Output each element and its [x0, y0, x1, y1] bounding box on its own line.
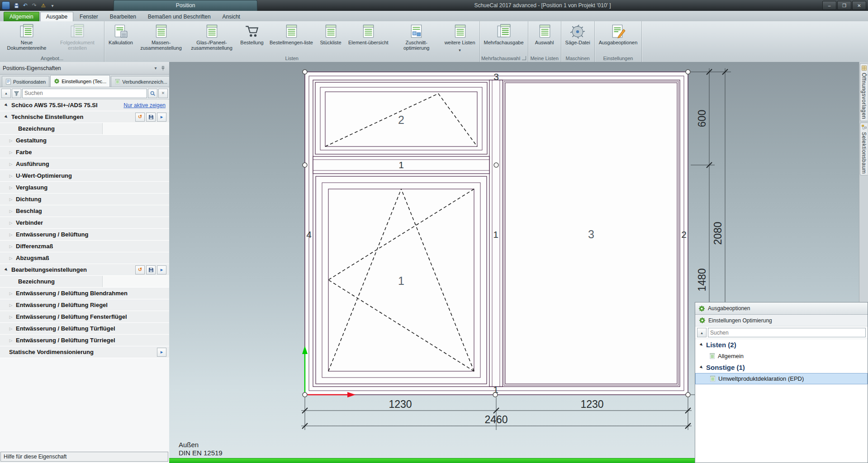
massenzusammenstellung-button[interactable]: Massen-zusammenstellung: [136, 21, 186, 51]
tab-fenster[interactable]: Fenster: [74, 12, 104, 21]
value-cell[interactable]: [102, 123, 169, 134]
apply-icon[interactable]: [157, 348, 166, 357]
maximize-button[interactable]: [837, 1, 851, 10]
tab-positionsdaten[interactable]: Positionsdaten: [2, 76, 49, 87]
tab-ansicht[interactable]: Ansicht: [217, 12, 246, 21]
tree-row-bezeichnung-2[interactable]: Bezeichnung: [0, 276, 169, 288]
new-document-series-button[interactable]: Neue Dokumentenreihe: [2, 21, 52, 51]
pin-icon[interactable]: [159, 65, 166, 72]
collapse-icon[interactable]: [8, 232, 14, 237]
bestellmengenliste-button[interactable]: Bestellmengen-liste: [267, 21, 315, 46]
tree-group-sonstige[interactable]: Sonstige (1): [695, 362, 868, 373]
value-cell[interactable]: [102, 276, 169, 287]
collapse-icon[interactable]: [8, 138, 14, 143]
side-tab-selektionsbaum[interactable]: Selektionsbaum: [860, 123, 868, 175]
panel-menu-icon[interactable]: [152, 65, 159, 72]
collapse-icon[interactable]: [8, 150, 14, 155]
collapse-icon[interactable]: [8, 256, 14, 260]
expand-icon[interactable]: [4, 268, 9, 272]
collapse-icon[interactable]: [8, 197, 14, 202]
reset-icon[interactable]: [135, 265, 145, 274]
tree-row-eb-blendrahmen[interactable]: Entwässerung / Belüftung Blendrahmen: [0, 288, 169, 299]
auswahl-button[interactable]: Auswahl: [530, 21, 559, 46]
apply-icon[interactable]: [157, 265, 166, 274]
tree-item-allgemein[interactable]: Allgemein: [695, 350, 868, 362]
tree-row-dichtung[interactable]: Dichtung: [0, 194, 169, 205]
minimize-button[interactable]: [822, 1, 836, 10]
app-icon[interactable]: [2, 1, 10, 9]
tree-row-gestaltung[interactable]: Gestaltung: [0, 135, 169, 146]
expand-icon[interactable]: [699, 365, 704, 369]
tree-row-beschlag[interactable]: Beschlag: [0, 205, 169, 217]
tree-section-technische-einstellungen[interactable]: Technische Einstellungen: [0, 111, 169, 123]
search-input[interactable]: [22, 89, 147, 98]
quick-access-dropdown-icon[interactable]: [48, 1, 57, 10]
tree-row-statische-vordimensionierung[interactable]: Statische Vordimensionierung: [0, 346, 169, 358]
stueckliste-button[interactable]: Stückliste: [316, 21, 345, 46]
tab-einstellungen-technik[interactable]: Einstellungen (Tec...: [50, 75, 110, 87]
collapse-icon[interactable]: [8, 185, 14, 190]
undo-icon[interactable]: [21, 1, 30, 10]
warning-icon[interactable]: [39, 1, 48, 10]
tree-row-farbe[interactable]: Farbe: [0, 146, 169, 158]
output-search-input[interactable]: [708, 328, 866, 337]
expand-icon[interactable]: [699, 343, 704, 347]
tree-row-bezeichnung-1[interactable]: Bezeichnung: [0, 123, 169, 135]
collapse-icon[interactable]: [8, 326, 14, 331]
tree-row-verbinder[interactable]: Verbinder: [0, 217, 169, 229]
save-preset-icon[interactable]: [146, 113, 156, 122]
bestellung-button[interactable]: Bestellung: [237, 21, 266, 46]
tree-row-entwaesserung-belueftung[interactable]: Entwässerung / Belüftung: [0, 229, 169, 241]
tree-row-differenzmass[interactable]: Differenzmaß: [0, 241, 169, 252]
expand-icon[interactable]: [4, 103, 9, 107]
collapse-icon[interactable]: [8, 303, 14, 307]
tab-ausgabe[interactable]: Ausgabe: [40, 12, 73, 21]
tree-row-abzugsmass[interactable]: Abzugsmaß: [0, 252, 169, 264]
collapse-icon[interactable]: [8, 209, 14, 213]
tab-bemassen[interactable]: Bemaßen und Beschriften: [142, 12, 216, 21]
reset-icon[interactable]: [135, 113, 145, 122]
collapse-all-button[interactable]: [697, 328, 707, 337]
collapse-icon[interactable]: [8, 338, 14, 343]
save-preset-icon[interactable]: [146, 265, 156, 274]
side-tab-oeffnungsvorlagen[interactable]: Öffnungsvorlagen: [860, 63, 868, 121]
tree-row-eb-riegel[interactable]: Entwässerung / Belüftung Riegel: [0, 299, 169, 311]
weitere-listen-button[interactable]: weitere Listen: [442, 21, 478, 54]
close-button[interactable]: [852, 1, 866, 10]
collapse-icon[interactable]: [8, 291, 14, 296]
dialog-launcher-icon[interactable]: [522, 56, 526, 60]
collapse-icon[interactable]: [8, 221, 14, 225]
tree-row-eb-fensterfluegel[interactable]: Entwässerung / Belüftung Fensterflügel: [0, 311, 169, 323]
save-icon[interactable]: [12, 1, 21, 10]
tree-row-eb-tuerfluegel[interactable]: Entwässerung / Belüftung Türflügel: [0, 323, 169, 335]
show-active-only-link[interactable]: Nur aktive zeigen: [123, 102, 166, 109]
tree-section-bearbeitungseinstellungen[interactable]: Bearbeitungseinstellungen: [0, 264, 169, 276]
tree-row-ausfuehrung[interactable]: Ausführung: [0, 158, 169, 170]
ausgabeoptionen-button[interactable]: Ausgabeoptionen: [597, 21, 640, 46]
tree-group-listen[interactable]: Listen (2): [695, 339, 868, 350]
tree-row-system[interactable]: Schüco AWS 75.SI+-/ADS 75.SI Nur aktive …: [0, 99, 169, 111]
clear-search-icon[interactable]: [158, 89, 168, 98]
collapse-icon[interactable]: [8, 315, 14, 319]
search-icon[interactable]: [148, 89, 157, 98]
filter-icon[interactable]: [12, 89, 21, 98]
glas-paneel-zusammenstellung-button[interactable]: Glas-/Paneel-zusammenstellung: [187, 21, 237, 51]
collapse-all-button[interactable]: [1, 89, 11, 98]
tab-verbundkennzeichen[interactable]: Verbundkennzeich...: [111, 76, 171, 87]
apply-icon[interactable]: [157, 113, 166, 122]
collapse-icon[interactable]: [8, 162, 14, 166]
tree-row-u-wert-optimierung[interactable]: U-Wert-Optimierung: [0, 170, 169, 182]
collapse-icon[interactable]: [8, 244, 14, 249]
mehrfachausgabe-button[interactable]: Mehrfachausgabe: [482, 21, 526, 46]
settings-optimization-item[interactable]: Einstellungen Optimierung: [695, 315, 868, 326]
elementuebersicht-button[interactable]: Element-übersicht: [346, 21, 391, 46]
expand-icon[interactable]: [4, 115, 9, 119]
tree-row-eb-tuerriegel[interactable]: Entwässerung / Belüftung Türriegel: [0, 335, 169, 346]
saege-datei-button[interactable]: Säge-Datei: [563, 21, 593, 46]
tab-allgemein[interactable]: Allgemein: [4, 12, 39, 21]
tree-item-umweltproduktdeklaration[interactable]: Umweltproduktdeklaration (EPD): [695, 373, 868, 384]
tree-row-verglasung[interactable]: Verglasung: [0, 182, 169, 194]
zuschnittoptimierung-button[interactable]: Zuschnitt-optimierung: [392, 21, 441, 51]
tab-bearbeiten[interactable]: Bearbeiten: [104, 12, 142, 21]
kalkulation-button[interactable]: Kalkulation: [106, 21, 135, 46]
